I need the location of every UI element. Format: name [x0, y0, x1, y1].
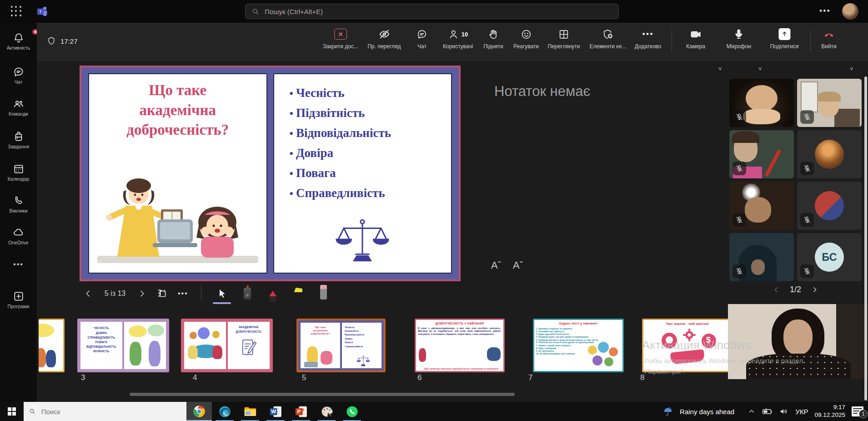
font-increase-button[interactable]: Aˆ — [491, 259, 501, 271]
stop-presenting-button[interactable]: ✕ Закрити дос... — [323, 28, 358, 50]
meeting-toolbar: 17:27 ✕ Закрити дос... Пр. перегляд Чат … — [37, 23, 868, 62]
edge-icon — [218, 405, 231, 418]
app-launcher-icon[interactable] — [11, 6, 22, 17]
sidebar-item-chat[interactable]: Чат — [0, 66, 37, 85]
chat-button[interactable]: Чат — [416, 28, 428, 50]
language-indicator[interactable]: УКР — [795, 408, 808, 416]
sidebar-more-icon[interactable]: ••• — [0, 260, 37, 269]
mic-muted-icon — [733, 264, 746, 278]
sidebar-item-onedrive[interactable]: OneDrive — [0, 227, 37, 245]
window-more-icon[interactable]: ••• — [819, 6, 831, 16]
participant-avatar — [815, 140, 844, 169]
taskbar-word[interactable]: W — [263, 402, 288, 421]
sidebar-item-activity[interactable]: 60 Активність — [0, 32, 37, 51]
action-center-icon[interactable]: 1 — [852, 406, 863, 416]
taskbar-search-input[interactable] — [40, 407, 181, 416]
thumbnail-slide-7[interactable]: Кодекс честі у навчанні 1. Навчайся стар… — [533, 319, 624, 372]
react-button[interactable]: Реагувати — [513, 28, 539, 50]
sidebar-item-calendar[interactable]: Календар — [0, 163, 37, 182]
global-search[interactable] — [245, 4, 619, 19]
toolbar-divider — [810, 30, 811, 52]
participants-button[interactable]: 10 Користувачі — [443, 28, 473, 50]
raise-hand-button[interactable]: Підняти — [483, 28, 503, 50]
thumb5-title: Що таке академічна доброчесність? — [301, 325, 340, 335]
thumb6-footer: Цей приклад ілюструє недоброчесне ставле… — [418, 367, 505, 370]
next-slide-icon[interactable] — [138, 289, 146, 298]
participant-video-tile[interactable] — [797, 79, 862, 127]
highlighter-tool[interactable] — [291, 286, 306, 301]
nav-more-icon[interactable]: ••• — [178, 289, 188, 298]
font-decrease-button[interactable]: Aˇ — [513, 259, 523, 271]
clock[interactable]: 9:17 09.12.2025 — [814, 404, 845, 419]
taskbar-edge[interactable] — [212, 402, 237, 421]
smiley-icon — [521, 29, 532, 40]
participant-video-tile[interactable] — [729, 79, 794, 127]
participants-prev-page-icon[interactable] — [773, 286, 780, 293]
shared-slide: Що таке академічна доброчесність? — [80, 66, 461, 281]
thumb6-body: В класі є дівчинка-відмінниця, у якої ін… — [418, 327, 501, 336]
thumbnail-slide-2-partial[interactable] — [39, 319, 65, 372]
participant-initials-tile[interactable]: БС — [797, 233, 862, 281]
participant-avatar-tile[interactable] — [797, 182, 862, 230]
taskbar-paint[interactable] — [314, 402, 339, 421]
search-input[interactable] — [264, 7, 612, 16]
tray-chevron-up-icon[interactable] — [748, 408, 755, 415]
thumbnail-slide-5-current[interactable]: Що таке академічна доброчесність? Чесніс… — [296, 319, 386, 372]
camera-button[interactable]: Камера — [686, 28, 705, 50]
sidebar-item-teams[interactable]: Команди — [0, 98, 37, 117]
sidebar-item-apps[interactable]: Програми — [0, 290, 37, 309]
mic-button[interactable]: Мікрофон — [727, 28, 751, 50]
vertical-scrollbar[interactable] — [864, 76, 867, 401]
participant-video-tile[interactable] — [729, 130, 794, 178]
participants-pagination: 1/2 — [790, 285, 801, 294]
taskbar-explorer[interactable] — [237, 402, 263, 421]
camera-chevron-icon[interactable]: ˅ — [718, 66, 722, 72]
presenter-view-button[interactable]: Пр. перегляд — [367, 28, 401, 50]
participant-avatar-tile[interactable] — [797, 130, 862, 178]
eraser-tool[interactable] — [316, 286, 331, 301]
slide-navigation-bar: 5 із 13 ••• — [84, 284, 331, 303]
taskbar-search[interactable] — [24, 402, 186, 421]
taskbar-whatsapp[interactable] — [339, 402, 365, 421]
whatsapp-icon — [346, 405, 359, 418]
thumb3-words: ЧЕСНІСТЬ ДОВІРА СПРАВЕДЛИВІСТЬ ПОВАГА ВІ… — [80, 326, 122, 354]
participant-video-tile[interactable] — [729, 233, 794, 281]
filmstrip-scrollbar[interactable] — [130, 393, 515, 396]
windows-activation-watermark: Активация Windows Чтобы активировать Win… — [642, 338, 803, 375]
sidebar-item-assignments[interactable]: Завдання — [0, 131, 37, 149]
user-avatar[interactable] — [842, 3, 858, 20]
sidebar-item-calls[interactable]: Виклики — [0, 195, 37, 213]
weather-text[interactable]: Rainy days ahead — [680, 408, 734, 416]
thumbnail-slide-3[interactable]: ЧЕСНІСТЬ ДОВІРА СПРАВЕДЛИВІСТЬ ПОВАГА ВІ… — [77, 319, 169, 372]
pointer-tool[interactable] — [214, 286, 230, 301]
control-elements-button[interactable]: Елементи ке... — [590, 28, 627, 50]
slide-title: Що таке академічна доброчесність? — [89, 81, 266, 140]
camera-icon — [690, 28, 702, 40]
participant-video-tile[interactable] — [729, 182, 794, 230]
leave-chevron-icon[interactable]: ˅ — [850, 66, 853, 72]
slide-sorter-icon[interactable] — [156, 288, 168, 299]
thumb3-number: 3 — [81, 373, 85, 382]
view-button[interactable]: Переглянути — [547, 28, 580, 50]
clock-time: 9:17 — [814, 404, 845, 411]
volume-icon[interactable] — [779, 406, 789, 416]
laser-pointer-tool[interactable] — [240, 286, 255, 301]
participants-icon — [448, 29, 459, 40]
mic-chevron-icon[interactable]: ˅ — [758, 66, 762, 72]
leave-button[interactable]: Вийти — [821, 28, 837, 50]
thumbnail-slide-6[interactable]: ДОБРОЧЕСНІСТЬ У НАВЧАННІ В класі є дівчи… — [415, 319, 505, 372]
mic-muted-icon — [733, 162, 746, 175]
previous-slide-icon[interactable] — [84, 289, 92, 298]
share-button[interactable]: Поділитися — [770, 28, 798, 50]
more-actions-button[interactable]: ••• Додатково — [635, 28, 662, 50]
battery-icon[interactable] — [762, 406, 773, 417]
thumbnail-slide-4[interactable]: АКАДЕМІЧНА ДОБРОЧЕСНІСТЬ — [181, 319, 273, 372]
start-button[interactable] — [0, 402, 24, 421]
pen-tool[interactable] — [265, 286, 281, 301]
participants-next-page-icon[interactable] — [811, 286, 818, 293]
taskbar-chrome[interactable] — [186, 402, 212, 421]
thumb5-number: 5 — [302, 373, 306, 382]
file-explorer-icon — [243, 405, 257, 418]
paint-icon — [320, 405, 333, 418]
taskbar-powerpoint[interactable]: P — [288, 402, 314, 421]
